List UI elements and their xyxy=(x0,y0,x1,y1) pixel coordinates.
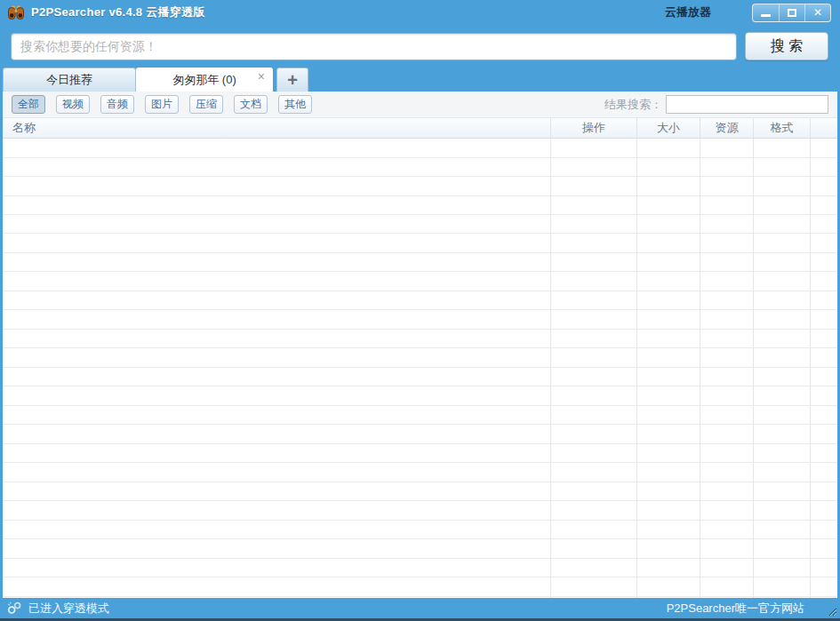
new-tab-button[interactable]: + xyxy=(276,68,308,92)
plus-icon: + xyxy=(287,70,298,91)
search-input[interactable] xyxy=(11,33,737,60)
tab-close-icon[interactable]: × xyxy=(258,70,265,83)
maximize-button[interactable] xyxy=(779,4,804,21)
column-header-action[interactable]: 操作 xyxy=(551,118,637,138)
app-window: P2PSearcher v6.4.8 云播穿透版 云播放器 ✕ 搜 索 今日推荐 xyxy=(0,0,840,621)
window-title: P2PSearcher v6.4.8 云播穿透版 xyxy=(31,4,205,20)
status-text: 已进入穿透模式 xyxy=(28,601,109,617)
column-divider xyxy=(810,139,811,598)
column-header-filler xyxy=(811,118,837,138)
filter-video-button[interactable]: 视频 xyxy=(56,95,90,114)
column-header-source[interactable]: 资源 xyxy=(700,118,754,138)
window-controls: ✕ xyxy=(752,4,831,22)
tab-strip: 今日推荐 匆匆那年 (0) × + xyxy=(0,68,840,92)
maximize-icon xyxy=(788,9,796,17)
search-bar: 搜 索 xyxy=(0,25,840,68)
filter-document-button[interactable]: 文档 xyxy=(234,95,268,114)
column-divider xyxy=(753,139,754,598)
close-button[interactable]: ✕ xyxy=(804,4,830,21)
filter-all-button[interactable]: 全部 xyxy=(12,95,45,114)
app-logo-binoculars-icon xyxy=(7,5,25,20)
results-table-header: 名称 操作 大小 资源 格式 xyxy=(3,117,837,139)
tab-label: 匆匆那年 (0) xyxy=(172,72,236,88)
resize-grip-icon[interactable] xyxy=(826,605,837,617)
filter-image-button[interactable]: 图片 xyxy=(145,95,179,114)
filter-audio-button[interactable]: 音频 xyxy=(100,95,134,114)
column-header-name[interactable]: 名称 xyxy=(3,118,551,138)
content-area: 全部 视频 音频 图片 压缩 文档 其他 结果搜索： 名称 操作 大小 资源 格… xyxy=(3,92,837,598)
minimize-icon xyxy=(761,14,771,17)
column-divider xyxy=(550,139,551,598)
tab-today-recommend[interactable]: 今日推荐 xyxy=(3,68,136,92)
result-search: 结果搜索： xyxy=(604,95,828,114)
titlebar: P2PSearcher v6.4.8 云播穿透版 云播放器 ✕ xyxy=(0,0,840,25)
column-header-format[interactable]: 格式 xyxy=(754,118,811,138)
tab-search-result[interactable]: 匆匆那年 (0) × xyxy=(136,68,273,92)
result-search-input[interactable] xyxy=(666,95,828,114)
chain-link-icon xyxy=(7,601,22,615)
cloud-player-label[interactable]: 云播放器 xyxy=(665,4,711,20)
titlebar-right: 云播放器 ✕ xyxy=(665,4,831,22)
column-divider xyxy=(700,139,700,598)
column-divider xyxy=(636,139,637,598)
search-button[interactable]: 搜 索 xyxy=(745,32,828,60)
filter-toolbar: 全部 视频 音频 图片 压缩 文档 其他 结果搜索： xyxy=(3,92,837,117)
close-icon: ✕ xyxy=(813,7,822,18)
tab-label: 今日推荐 xyxy=(46,72,92,88)
minimize-button[interactable] xyxy=(753,4,779,21)
status-bar: 已进入穿透模式 P2PSearcher唯一官方网站 xyxy=(0,598,840,618)
result-search-label: 结果搜索： xyxy=(604,97,662,113)
results-table-body[interactable] xyxy=(3,139,837,598)
filter-archive-button[interactable]: 压缩 xyxy=(189,95,223,114)
official-site-label[interactable]: P2PSearcher唯一官方网站 xyxy=(667,601,804,617)
filter-other-button[interactable]: 其他 xyxy=(278,95,312,114)
column-header-size[interactable]: 大小 xyxy=(637,118,700,138)
